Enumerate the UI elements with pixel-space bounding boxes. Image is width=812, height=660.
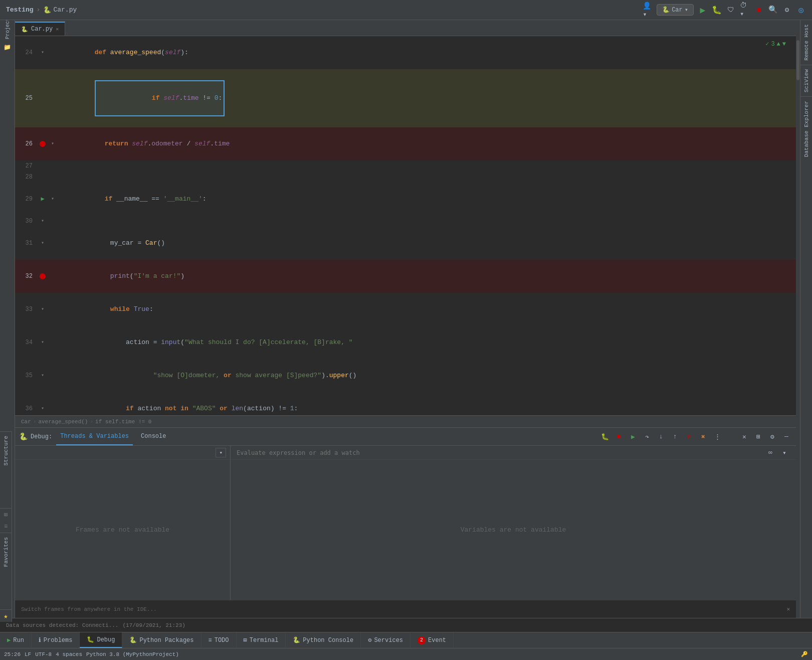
- tab-close-button[interactable]: ✕: [56, 26, 59, 32]
- line-num-30: 30: [15, 216, 38, 227]
- debug-settings-icon[interactable]: ⚙: [767, 431, 778, 442]
- folder-icon[interactable]: 📁: [1, 41, 14, 54]
- debug-mute-icon[interactable]: ⊘: [684, 431, 695, 442]
- line-content-26: return self.odometer / self.time: [58, 127, 796, 160]
- debug-tab-threads[interactable]: Threads & Variables: [56, 428, 133, 445]
- bottom-tab-run[interactable]: ▶ Run: [0, 632, 32, 648]
- status-encoding: UTF-8: [35, 651, 52, 657]
- debug-panel: 🐍 Debug: Threads & Variables Console 🐛 ■…: [15, 427, 796, 618]
- debug-minimize-icon[interactable]: —: [781, 431, 792, 442]
- fold-33[interactable]: ▾: [40, 306, 46, 312]
- debug-step-over-icon[interactable]: ↷: [642, 431, 653, 442]
- gutter-33: ▾: [38, 306, 48, 312]
- bottom-tab-bar: ▶ Run ℹ Problems 🐛 Debug 🐍 Python Packag…: [0, 632, 812, 648]
- notification-text: Data sources detected: Connecti...: [6, 622, 118, 628]
- run-tab-icon: ▶: [7, 636, 11, 644]
- favorites-label[interactable]: Favorites: [2, 533, 11, 571]
- line-content-36: if action not in "ABOS" or len(action) !…: [48, 392, 796, 415]
- debug-resume-icon[interactable]: ▶: [628, 431, 639, 442]
- settings-button[interactable]: ⚙: [782, 5, 792, 15]
- gutter-35: ▾: [38, 373, 48, 379]
- debug-layout-icon[interactable]: ⊞: [753, 431, 764, 442]
- gutter-26: [38, 141, 48, 147]
- editor-tab[interactable]: 🐍 Car.py ✕: [15, 22, 65, 36]
- bottom-tab-debug[interactable]: 🐛 Debug: [80, 632, 122, 648]
- bottom-tab-problems[interactable]: ℹ Problems: [32, 632, 80, 648]
- debug-insect-icon[interactable]: 🐛: [599, 431, 611, 442]
- stop-button[interactable]: ■: [754, 5, 764, 15]
- debug-label: 🐍 Debug:: [19, 432, 52, 441]
- bottom-tab-python-console[interactable]: 🐍 Python Console: [286, 632, 361, 648]
- fold-icon-24[interactable]: ▾: [40, 50, 46, 56]
- debug-stop-icon[interactable]: ■: [614, 431, 625, 442]
- run-config-button[interactable]: 🐍 Car ▾: [657, 4, 694, 16]
- line-num-25: 25: [15, 93, 38, 104]
- debug-step-into-icon[interactable]: ↓: [656, 431, 667, 442]
- structure-label[interactable]: Structure: [2, 432, 11, 469]
- toolbox-button[interactable]: ◎: [796, 5, 806, 15]
- services-tab-label: Services: [374, 637, 403, 644]
- line-num-26: 26: [15, 138, 38, 149]
- python-console-tab-icon: 🐍: [293, 636, 300, 644]
- project-icon[interactable]: Project: [1, 22, 14, 35]
- debug-clear-icon[interactable]: ✖: [698, 431, 709, 442]
- profile-button[interactable]: ⏱▾: [740, 5, 750, 15]
- structure-icon1[interactable]: ⊞: [2, 510, 11, 519]
- fold-30[interactable]: ▾: [40, 218, 46, 224]
- scrollbar-thumb[interactable]: [796, 40, 799, 80]
- watch-icons: ∞ ▾: [765, 447, 790, 458]
- editor-check[interactable]: ✓ 3 ▲ ▼: [765, 40, 786, 48]
- structure-icon2[interactable]: ≡: [2, 522, 11, 531]
- fold-36[interactable]: ▾: [40, 406, 46, 412]
- user-icon[interactable]: 👤▾: [643, 5, 653, 15]
- fold-29[interactable]: ▾: [50, 196, 56, 202]
- sciview-label[interactable]: SciView: [802, 65, 811, 96]
- favorites-star-icon[interactable]: ★: [2, 611, 11, 620]
- coverage-button[interactable]: 🛡: [726, 5, 736, 15]
- variables-empty: Variables are not available: [231, 460, 796, 600]
- gutter-29: ▶: [38, 194, 48, 205]
- breakpoint-26[interactable]: [40, 141, 46, 147]
- fold2-26[interactable]: ▾: [50, 141, 56, 147]
- bottom-tab-todo[interactable]: ≡ TODO: [201, 632, 237, 648]
- watch-dropdown-icon[interactable]: ▾: [779, 447, 790, 458]
- code-editor[interactable]: ✓ 3 ▲ ▼ 24 ▾ def average_speed(self):: [15, 36, 796, 415]
- code-line-28: 28: [15, 172, 796, 183]
- status-bar: 25:26 LF UTF-8 4 spaces Python 3.8 (MyPy…: [0, 648, 812, 660]
- frames-dropdown[interactable]: ▾: [216, 448, 226, 457]
- remote-host-label[interactable]: Remote Host: [802, 20, 811, 65]
- run-button[interactable]: ▶: [698, 5, 708, 15]
- debug-step-out-icon[interactable]: ↑: [670, 431, 681, 442]
- line-num-33: 33: [15, 304, 38, 315]
- check-icon: ✓: [765, 40, 769, 48]
- debug-toolbar-right: 🐛 ■ ▶ ↷ ↓ ↑ ⊘ ✖ ⋮ ✕ ⊞ ⚙ —: [599, 431, 792, 442]
- debug-tab-console[interactable]: Console: [137, 428, 170, 445]
- fold-35[interactable]: ▾: [40, 373, 46, 379]
- fold-31[interactable]: ▾: [40, 240, 46, 246]
- line-content-24: def average_speed(self):: [48, 36, 796, 69]
- fold-34[interactable]: ▾: [40, 340, 46, 346]
- packages-tab-label: Python Packages: [139, 637, 193, 644]
- infinity-icon[interactable]: ∞: [765, 447, 776, 458]
- scrollbar-area[interactable]: [796, 20, 800, 618]
- event-tab-label: Event: [428, 637, 446, 644]
- watch-input[interactable]: [237, 449, 761, 456]
- breadcrumb-sep2: ›: [90, 419, 93, 425]
- switch-frames-close[interactable]: ✕: [786, 606, 790, 612]
- bottom-tab-packages[interactable]: 🐍 Python Packages: [122, 632, 201, 648]
- tab-label: Car.py: [31, 26, 53, 33]
- breadcrumb-method: average_speed(): [38, 419, 88, 425]
- debug-more-icon[interactable]: ⋮: [712, 431, 723, 442]
- code-line-24: 24 ▾ def average_speed(self):: [15, 36, 796, 69]
- bottom-tab-event[interactable]: 2 Event: [411, 632, 454, 648]
- bottom-tab-services[interactable]: ⚙ Services: [361, 632, 411, 648]
- breakpoint-32[interactable]: [40, 273, 46, 279]
- database-explorer-label[interactable]: Database Explorer: [802, 97, 811, 161]
- search-button[interactable]: 🔍: [768, 5, 778, 15]
- debug-tab-icon: 🐛: [87, 636, 94, 643]
- bottom-tab-terminal[interactable]: ⊞ Terminal: [237, 632, 286, 648]
- debug-close-icon[interactable]: ✕: [739, 431, 750, 442]
- debug-button[interactable]: 🐛: [712, 5, 722, 15]
- run-icon-29[interactable]: ▶: [41, 194, 44, 205]
- problems-tab-label: Problems: [44, 637, 73, 644]
